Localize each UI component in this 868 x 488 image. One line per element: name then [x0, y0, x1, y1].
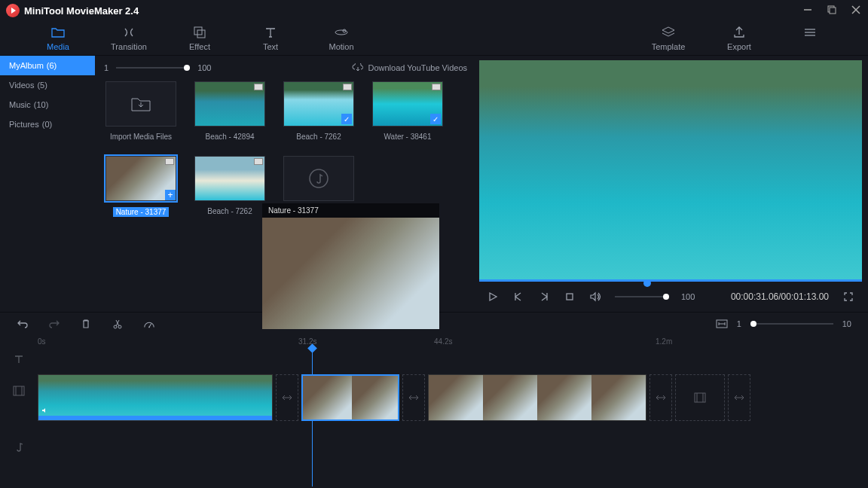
- tab-label: Text: [263, 42, 278, 51]
- close-icon[interactable]: [851, 5, 862, 16]
- hover-preview: Nature - 31377: [262, 203, 439, 329]
- sidebar-label: MyAlbum: [9, 61, 44, 70]
- thumb-zoom-max: 100: [197, 63, 211, 72]
- video-track-icon: [11, 383, 27, 399]
- media-thumb[interactable]: ✓: [283, 81, 354, 127]
- clip[interactable]: [428, 374, 646, 421]
- media-label: Nature - 31377: [113, 207, 170, 217]
- media-thumb[interactable]: [194, 81, 265, 127]
- svg-rect-2: [830, 8, 836, 14]
- effect-icon: [193, 26, 206, 39]
- thumb-zoom-slider[interactable]: [116, 67, 190, 69]
- delete-button[interactable]: [80, 318, 92, 330]
- speed-button[interactable]: [143, 318, 155, 330]
- cloud-download-icon: [352, 63, 364, 72]
- hover-image: [262, 218, 439, 329]
- preview-video[interactable]: [479, 60, 862, 282]
- import-thumb[interactable]: [105, 81, 176, 127]
- folder-icon: [51, 26, 65, 39]
- tab-effect[interactable]: Effect: [164, 26, 235, 51]
- sidebar-count: (6): [47, 61, 57, 70]
- media-card[interactable]: Beach - 42894: [193, 81, 267, 141]
- fullscreen-button[interactable]: [842, 291, 854, 303]
- minimize-icon[interactable]: [803, 5, 814, 16]
- tab-label: Transition: [111, 42, 147, 51]
- slider-thumb-icon[interactable]: [663, 294, 669, 300]
- media-thumb[interactable]: ✓: [372, 81, 443, 127]
- transition-slot[interactable]: [402, 374, 425, 421]
- sidebar-item-music[interactable]: Music(10): [0, 95, 95, 114]
- check-icon: ✓: [430, 114, 441, 124]
- media-thumb[interactable]: [194, 156, 265, 201]
- speaker-icon: [41, 407, 49, 414]
- timeline-zoom-slider[interactable]: [750, 323, 833, 325]
- tab-template[interactable]: Template: [633, 26, 704, 51]
- tab-export[interactable]: Export: [704, 26, 775, 51]
- media-grid: Import Media Files Beach - 42894 ✓ Beach…: [104, 81, 467, 217]
- empty-clip-slot[interactable]: [675, 374, 725, 421]
- svg-rect-18: [14, 386, 24, 395]
- download-youtube-link[interactable]: Download YouTube Videos: [352, 63, 468, 72]
- menu-button[interactable]: [775, 26, 845, 51]
- video-badge-icon: [432, 84, 441, 90]
- clip-selected[interactable]: [301, 374, 399, 421]
- prev-frame-button[interactable]: [512, 291, 524, 303]
- volume-button[interactable]: [589, 291, 601, 303]
- svg-rect-5: [194, 27, 202, 35]
- svg-point-16: [148, 326, 150, 328]
- tab-label: Export: [727, 42, 751, 51]
- next-frame-button[interactable]: [538, 291, 550, 303]
- tab-motion[interactable]: Motion: [306, 26, 377, 51]
- maximize-icon[interactable]: [827, 5, 838, 16]
- media-thumb[interactable]: +: [105, 156, 176, 201]
- titlebar: MiniTool MovieMaker 2.4: [0, 0, 868, 21]
- split-button[interactable]: [112, 318, 124, 330]
- hover-title: Nature - 31377: [262, 203, 439, 218]
- timeline-ruler[interactable]: 0s 31.2s 44.2s 1.2m: [0, 334, 868, 351]
- scrubber[interactable]: [479, 279, 862, 282]
- download-label: Download YouTube Videos: [368, 63, 468, 72]
- import-label: Import Media Files: [110, 133, 172, 141]
- media-card[interactable]: + Nature - 31377: [104, 156, 178, 217]
- transition-slot[interactable]: [728, 374, 750, 421]
- slider-thumb-icon[interactable]: [750, 321, 756, 327]
- thumb-zoom-min: 1: [104, 63, 108, 72]
- svg-rect-21: [695, 393, 705, 402]
- media-library: 1 100 Download YouTube Videos Import Med…: [95, 56, 476, 312]
- play-button[interactable]: [487, 291, 499, 303]
- slider-thumb-icon[interactable]: [184, 65, 190, 71]
- sidebar-count: (0): [42, 120, 52, 129]
- window-controls: [803, 5, 862, 16]
- transition-slot[interactable]: [276, 374, 298, 421]
- player-controls: 100 00:00:31.06/00:01:13.00: [479, 282, 862, 312]
- clip[interactable]: [38, 374, 273, 421]
- media-card[interactable]: Beach - 7262: [193, 156, 267, 217]
- add-icon[interactable]: +: [165, 190, 176, 200]
- ruler-mark: 31.2s: [298, 337, 316, 346]
- import-card[interactable]: Import Media Files: [104, 81, 178, 141]
- undo-button[interactable]: [17, 318, 29, 330]
- tl-zoom-max: 10: [842, 319, 851, 328]
- media-label: Water - 38461: [384, 133, 432, 141]
- media-label: Beach - 7262: [296, 133, 341, 141]
- transition-icon: [122, 26, 136, 39]
- template-icon: [662, 26, 675, 39]
- audio-thumb[interactable]: [283, 156, 354, 201]
- video-badge-icon: [165, 158, 174, 165]
- stop-button[interactable]: [564, 291, 576, 303]
- media-card[interactable]: ✓ Beach - 7262: [282, 81, 356, 141]
- sidebar-item-pictures[interactable]: Pictures(0): [0, 114, 95, 134]
- sidebar-item-myalbum[interactable]: MyAlbum(6): [0, 56, 95, 75]
- sidebar-label: Music: [9, 100, 31, 109]
- sidebar-item-videos[interactable]: Videos(5): [0, 75, 95, 95]
- volume-slider[interactable]: [615, 296, 668, 297]
- fit-button[interactable]: [716, 318, 728, 330]
- main-toolbar: Media Transition Effect Text Motion Temp…: [0, 21, 868, 56]
- video-track[interactable]: [38, 372, 868, 423]
- transition-slot[interactable]: [649, 374, 672, 421]
- tab-text[interactable]: Text: [235, 26, 306, 51]
- media-card[interactable]: ✓ Water - 38461: [371, 81, 445, 141]
- redo-button[interactable]: [48, 318, 60, 330]
- tab-transition[interactable]: Transition: [93, 26, 164, 51]
- tab-media[interactable]: Media: [23, 26, 93, 51]
